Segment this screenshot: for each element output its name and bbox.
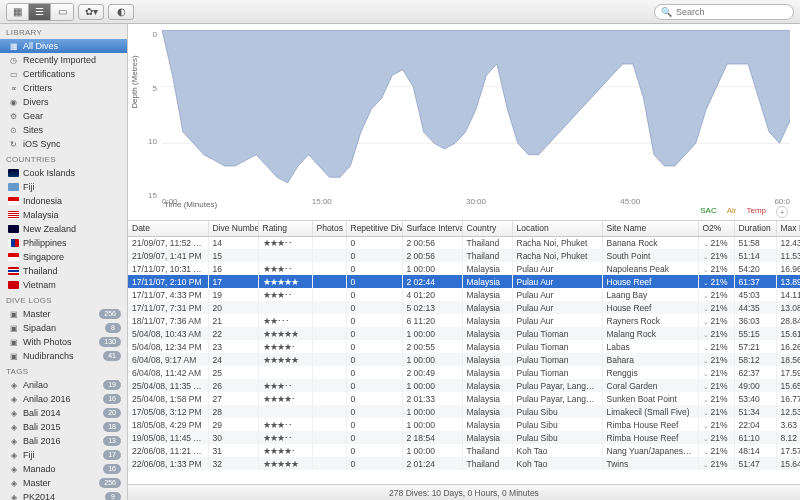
legend-air[interactable]: Air <box>727 206 737 218</box>
book-icon: ▣ <box>8 310 19 319</box>
sidebar-item-bali-2015[interactable]: ◈Bali 201518 <box>0 420 127 434</box>
sidebar-item-label: Sites <box>23 125 121 135</box>
col-duration[interactable]: Duration <box>734 221 776 236</box>
sidebar-item-cook-islands[interactable]: Cook Islands <box>0 166 127 180</box>
tag-icon: ◈ <box>8 437 19 446</box>
table-row[interactable]: 21/09/07, 1:41 PM1502 00:56ThailandRacha… <box>128 249 800 262</box>
table-row[interactable]: 22/06/08, 1:33 PM32★★★★★02 01:24Thailand… <box>128 457 800 470</box>
search-input[interactable] <box>676 7 787 17</box>
sidebar-item-pk2014[interactable]: ◈PK20149 <box>0 490 127 500</box>
sidebar-item-ios-sync[interactable]: ↻iOS Sync <box>0 137 127 151</box>
tag-icon: ◈ <box>8 465 19 474</box>
table-row[interactable]: 19/05/08, 11:45 AM30★★★･･02 18:54Malaysi… <box>128 431 800 444</box>
table-row[interactable]: 6/04/08, 9:17 AM24★★★★★01 00:00MalaysiaP… <box>128 353 800 366</box>
sidebar-item-master[interactable]: ▣Master256 <box>0 307 127 321</box>
sidebar-item-bali-2016[interactable]: ◈Bali 201613 <box>0 434 127 448</box>
legend-sac[interactable]: SAC <box>700 206 716 218</box>
col-location[interactable]: Location <box>512 221 602 236</box>
tag-icon: ◈ <box>8 395 19 404</box>
sidebar-item-label: Anilao <box>23 380 99 390</box>
sidebar-item-manado[interactable]: ◈Manado16 <box>0 462 127 476</box>
col-country[interactable]: Country <box>462 221 512 236</box>
table-row[interactable]: 17/05/08, 3:12 PM2801 00:00MalaysiaPulau… <box>128 405 800 418</box>
col-surface-interval[interactable]: Surface Interval <box>402 221 462 236</box>
sidebar-item-new-zealand[interactable]: New Zealand <box>0 222 127 236</box>
sidebar-item-anilao-2016[interactable]: ◈Anilao 201616 <box>0 392 127 406</box>
count-badge: 19 <box>103 380 121 390</box>
sidebar-item-fiji[interactable]: ◈Fiji17 <box>0 448 127 462</box>
info-button[interactable]: ◐ <box>108 4 134 20</box>
col-o2-[interactable]: O2% <box>698 221 734 236</box>
sidebar-item-divers[interactable]: ◉Divers <box>0 95 127 109</box>
clock-icon: ◷ <box>8 56 19 65</box>
col-photos[interactable]: Photos <box>312 221 346 236</box>
tag-icon: ◈ <box>8 423 19 432</box>
sidebar-item-indonesia[interactable]: Indonesia <box>0 194 127 208</box>
sidebar-item-recently-imported[interactable]: ◷Recently Imported <box>0 53 127 67</box>
sidebar-item-singapore[interactable]: Singapore <box>0 250 127 264</box>
flag-icon <box>8 183 19 191</box>
sidebar-item-label: Vietnam <box>23 280 121 290</box>
chart-add-series[interactable]: + <box>776 206 788 218</box>
sidebar-item-label: Singapore <box>23 252 121 262</box>
table-row[interactable]: 25/04/08, 11:35 AM26★★★･･01 00:00Malaysi… <box>128 379 800 392</box>
table-row[interactable]: 21/09/07, 11:52 AM14★★★･･02 00:56Thailan… <box>128 236 800 249</box>
table-row[interactable]: 5/04/08, 12:34 PM23★★★★･02 00:55Malaysia… <box>128 340 800 353</box>
sidebar-header: DIVE LOGS <box>0 292 127 307</box>
dive-table[interactable]: DateDive NumberRatingPhotosRepetitive Di… <box>128 220 800 484</box>
table-row[interactable]: 18/11/07, 7:36 AM21★★･･･06 11:20Malaysia… <box>128 314 800 327</box>
table-row[interactable]: 17/11/07, 7:31 PM2005 02:13MalaysiaPulau… <box>128 301 800 314</box>
sidebar-item-sites[interactable]: ⊙Sites <box>0 123 127 137</box>
flag-icon <box>8 267 19 275</box>
legend-temp[interactable]: Temp <box>746 206 766 218</box>
table-row[interactable]: 25/04/08, 1:58 PM27★★★★･02 01:33Malaysia… <box>128 392 800 405</box>
tag-icon: ◈ <box>8 479 19 488</box>
col-site-name[interactable]: Site Name <box>602 221 698 236</box>
sidebar-item-anilao[interactable]: ◈Anilao19 <box>0 378 127 392</box>
sidebar-item-vietnam[interactable]: Vietnam <box>0 278 127 292</box>
search-field[interactable]: 🔍 <box>654 4 794 20</box>
sidebar-item-fiji[interactable]: Fiji <box>0 180 127 194</box>
sidebar-item-label: Critters <box>23 83 121 93</box>
col-repetitive-dive[interactable]: Repetitive Dive <box>346 221 402 236</box>
col-rating[interactable]: Rating <box>258 221 312 236</box>
sidebar-item-with-photos[interactable]: ▣With Photos130 <box>0 335 127 349</box>
count-badge: 41 <box>103 351 121 361</box>
chart-ylabel: Depth (Metres) <box>130 55 139 108</box>
sidebar-item-certifications[interactable]: ▭Certifications <box>0 67 127 81</box>
table-row[interactable]: 18/05/08, 4:29 PM29★★★･･01 00:00Malaysia… <box>128 418 800 431</box>
sidebar: LIBRARY▦All Dives◷Recently Imported▭Cert… <box>0 24 128 500</box>
sidebar-item-philippines[interactable]: Philippines <box>0 236 127 250</box>
table-row[interactable]: 22/06/08, 11:21 AM31★★★★･01 00:00Thailan… <box>128 444 800 457</box>
view-thumbnails[interactable]: ▦ <box>7 4 29 20</box>
sidebar-item-label: Recently Imported <box>23 55 121 65</box>
view-mode-segmented[interactable]: ▦ ☰ ▭ <box>6 3 74 21</box>
flag-icon <box>8 225 19 233</box>
col-dive-number[interactable]: Dive Number <box>208 221 258 236</box>
view-detail[interactable]: ▭ <box>51 4 73 20</box>
sidebar-item-all-dives[interactable]: ▦All Dives <box>0 39 127 53</box>
table-row[interactable]: 17/11/07, 2:10 PM17★★★★★02 02:44Malaysia… <box>128 275 800 288</box>
sidebar-item-sipadan[interactable]: ▣Sipadan8 <box>0 321 127 335</box>
count-badge: 20 <box>103 408 121 418</box>
sidebar-item-label: Thailand <box>23 266 121 276</box>
sidebar-item-gear[interactable]: ⚙Gear <box>0 109 127 123</box>
sidebar-item-label: Bali 2014 <box>23 408 99 418</box>
sidebar-item-nudibranchs[interactable]: ▣Nudibranchs41 <box>0 349 127 363</box>
table-row[interactable]: 17/11/07, 10:31 AM16★★★･･01 00:00Malaysi… <box>128 262 800 275</box>
sidebar-item-thailand[interactable]: Thailand <box>0 264 127 278</box>
col-max-depth[interactable]: Max Depth <box>776 221 800 236</box>
sidebar-item-label: Anilao 2016 <box>23 394 99 404</box>
view-list[interactable]: ☰ <box>29 4 51 20</box>
sidebar-item-master[interactable]: ◈Master256 <box>0 476 127 490</box>
sidebar-item-malaysia[interactable]: Malaysia <box>0 208 127 222</box>
table-row[interactable]: 17/11/07, 4:33 PM19★★★･･04 01:20Malaysia… <box>128 288 800 301</box>
count-badge: 16 <box>103 394 121 404</box>
action-menu-button[interactable]: ✿▾ <box>78 4 104 20</box>
table-row[interactable]: 5/04/08, 10:43 AM22★★★★★01 00:00Malaysia… <box>128 327 800 340</box>
sidebar-item-bali-2014[interactable]: ◈Bali 201420 <box>0 406 127 420</box>
table-row[interactable]: 6/04/08, 11:42 AM2502 00:49MalaysiaPulau… <box>128 366 800 379</box>
col-date[interactable]: Date <box>128 221 208 236</box>
main-pane: 051015 0:0015:0030:0045:0060:0 Depth (Me… <box>128 24 800 500</box>
sidebar-item-critters[interactable]: ∝Critters <box>0 81 127 95</box>
